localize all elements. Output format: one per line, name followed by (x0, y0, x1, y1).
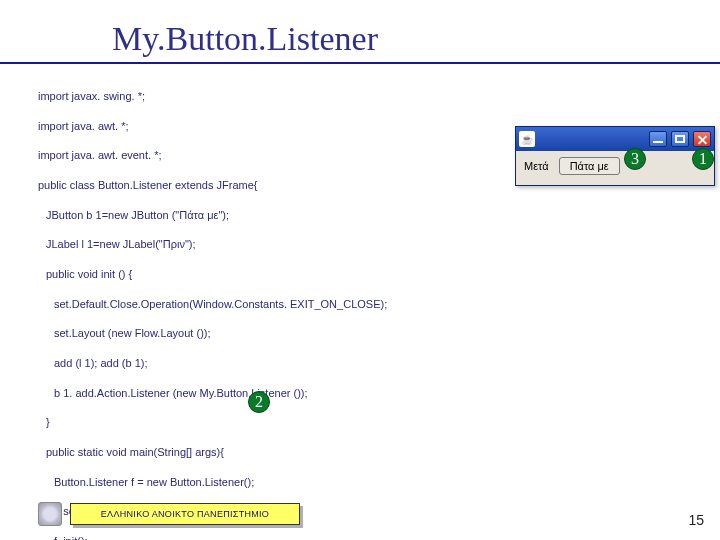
java-window: ☕ Μετά Πάτα με (515, 126, 715, 186)
footer-label: ΕΛΛΗΝΙΚΟ ΑΝΟΙΚΤΟ ΠΑΝΕΠΙΣΤΗΜΙΟ (70, 503, 300, 525)
page-number: 15 (688, 512, 704, 528)
annotation-circle-1: 1 (692, 148, 714, 170)
minimize-button[interactable] (649, 131, 667, 147)
press-me-button[interactable]: Πάτα με (559, 157, 620, 175)
code-line: import javax. swing. *; (38, 89, 720, 104)
code-line: JLabel l 1=new JLabel("Πριν"); (38, 237, 720, 252)
window-body: Μετά Πάτα με (516, 151, 714, 181)
code-line: JButton b 1=new JButton ("Πάτα με"); (38, 208, 720, 223)
code-line: f. init(); (38, 534, 720, 540)
java-icon: ☕ (519, 131, 535, 147)
footer: ΕΛΛΗΝΙΚΟ ΑΝΟΙΚΤΟ ΠΑΝΕΠΙΣΤΗΜΙΟ (38, 502, 300, 526)
code-line: b 1. add.Action.Listener (new My.Button.… (38, 386, 720, 401)
maximize-button[interactable] (671, 131, 689, 147)
annotation-circle-3: 3 (624, 148, 646, 170)
code-line: public static void main(String[] args){ (38, 445, 720, 460)
window-titlebar[interactable]: ☕ (516, 127, 714, 151)
code-line: Button.Listener f = new Button.Listener(… (38, 475, 720, 490)
annotation-circle-2: 2 (248, 391, 270, 413)
window-label: Μετά (524, 160, 549, 172)
code-line: } (38, 415, 720, 430)
code-line: public void init () { (38, 267, 720, 282)
footer-label-wrap: ΕΛΛΗΝΙΚΟ ΑΝΟΙΚΤΟ ΠΑΝΕΠΙΣΤΗΜΙΟ (70, 503, 300, 525)
code-line: set.Layout (new Flow.Layout ()); (38, 326, 720, 341)
code-line: add (l 1); add (b 1); (38, 356, 720, 371)
close-button[interactable] (693, 131, 711, 147)
slide-title: My.Button.Listener (112, 20, 720, 58)
footer-logo-icon (38, 502, 62, 526)
title-underline (0, 62, 720, 64)
code-line: set.Default.Close.Operation(Window.Const… (38, 297, 720, 312)
